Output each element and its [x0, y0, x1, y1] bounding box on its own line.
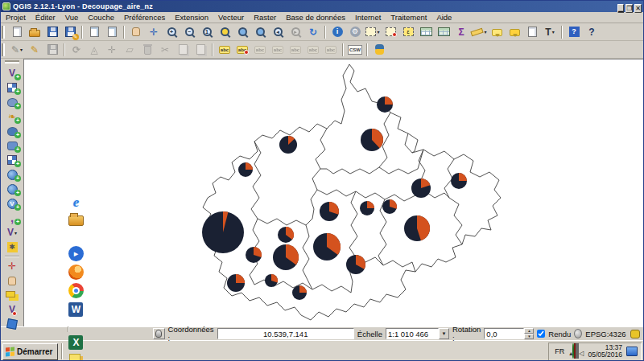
add-mssql-layer[interactable]: +: [3, 124, 21, 138]
new-project[interactable]: [9, 24, 26, 40]
open-attribute-table[interactable]: [418, 24, 435, 40]
check-geometries[interactable]: V: [3, 302, 21, 317]
add-raster-layer[interactable]: +: [3, 80, 21, 95]
add-vector-layer[interactable]: V+: [3, 66, 21, 80]
cad-tools[interactable]: ✛: [3, 259, 21, 273]
new-bookmark[interactable]: [506, 24, 523, 40]
tracing-hand[interactable]: [3, 273, 21, 288]
sticky-notes-button[interactable]: [66, 351, 85, 361]
rotation-input[interactable]: [484, 328, 524, 339]
python-console[interactable]: [371, 42, 388, 58]
coordinates-input[interactable]: [217, 328, 354, 339]
open-project[interactable]: [27, 24, 43, 40]
topology-checker[interactable]: [3, 317, 21, 331]
word-button[interactable]: W: [66, 300, 85, 318]
add-wfs-layer[interactable]: V+: [3, 196, 21, 211]
map-canvas[interactable]: [23, 59, 643, 326]
show-bookmarks[interactable]: [524, 24, 541, 40]
menu-raster[interactable]: Raster: [249, 12, 281, 23]
windows-explorer-button[interactable]: [66, 211, 85, 230]
coordinate-capture-button[interactable]: [153, 328, 165, 339]
excel-button[interactable]: X: [66, 333, 85, 351]
field-calculator[interactable]: [436, 24, 452, 40]
menu-couche[interactable]: Couche: [83, 12, 119, 23]
clock[interactable]: 13:37 05/05/2016: [586, 344, 624, 359]
menu-projet[interactable]: Projet: [1, 12, 31, 23]
add-postgis-layer[interactable]: +: [3, 95, 21, 109]
add-wms-layer[interactable]: +: [3, 167, 21, 182]
spin-down-icon[interactable]: ▼: [524, 334, 534, 339]
zoom-full[interactable]: [217, 24, 233, 40]
menu-internet[interactable]: Internet: [350, 12, 386, 23]
select-features[interactable]: ▾: [365, 24, 382, 40]
add-delimited-text-layer[interactable]: ,+: [3, 211, 21, 225]
scale-value[interactable]: 1:1 010 466: [386, 328, 439, 339]
start-button[interactable]: Démarrer: [2, 343, 58, 360]
firefox-button[interactable]: [66, 263, 85, 281]
toggle-editing[interactable]: ✎: [27, 42, 43, 58]
menu--diter[interactable]: Éditer: [31, 12, 60, 23]
chevron-down-icon[interactable]: ▼: [439, 328, 449, 339]
menu-vecteur[interactable]: Vecteur: [213, 12, 249, 23]
minimize-button[interactable]: ▁: [617, 4, 624, 13]
add-oracle-layer[interactable]: +: [3, 138, 21, 153]
zoom-native[interactable]: 1: [199, 24, 216, 40]
add-wcs-layer[interactable]: +: [3, 182, 21, 196]
zoom-to-selection-icon: [238, 27, 247, 36]
close-button[interactable]: ✕: [634, 4, 642, 13]
new-print-composer[interactable]: [86, 24, 103, 40]
measure-line[interactable]: ▾: [471, 24, 488, 40]
current-edits[interactable]: ✎▾: [9, 42, 26, 58]
menu-aide[interactable]: Aide: [431, 12, 456, 23]
new-virtual-layer[interactable]: V▾: [3, 225, 21, 240]
menu-pr-f-rences[interactable]: Préférences: [119, 12, 170, 23]
messages-icon[interactable]: [630, 330, 640, 338]
crs-globe-icon[interactable]: [574, 329, 582, 338]
chrome-button[interactable]: [66, 281, 85, 300]
csw-search[interactable]: CSW: [347, 42, 364, 58]
menu-vue[interactable]: Vue: [60, 12, 84, 23]
add-db2-layer[interactable]: +: [3, 153, 21, 167]
select-by-expression[interactable]: ε: [400, 24, 417, 40]
media-player-button[interactable]: ▸: [66, 244, 85, 263]
internet-explorer-button[interactable]: e: [66, 193, 85, 211]
composer-manager[interactable]: [104, 24, 121, 40]
zoom-out[interactable]: −: [181, 24, 198, 40]
node-editor[interactable]: [3, 288, 21, 302]
help-contents[interactable]: ?: [566, 24, 583, 40]
zoom-last[interactable]: ◂: [270, 24, 287, 40]
spin-up-icon[interactable]: ▲: [524, 328, 534, 334]
render-checkbox[interactable]: [537, 330, 545, 338]
zoom-to-selection[interactable]: [234, 24, 251, 40]
language-indicator[interactable]: FR: [552, 347, 567, 355]
toolbar-grip[interactable]: [5, 62, 19, 64]
pan-to-selection[interactable]: ✛: [146, 24, 163, 40]
scale-combobox[interactable]: 1:1 010 466 ▼: [386, 328, 449, 339]
save-project-as[interactable]: ✎: [62, 24, 79, 40]
deselect-features[interactable]: [382, 24, 399, 40]
toolbar-grip[interactable]: [3, 26, 6, 39]
show-statistics[interactable]: Σ: [453, 24, 470, 40]
whats-this[interactable]: ?: [584, 24, 601, 40]
layer-labeling-pinned[interactable]: abc: [234, 42, 251, 58]
run-feature-action[interactable]: ⚙: [347, 24, 364, 40]
restore-button[interactable]: ❐: [625, 4, 633, 13]
show-desktop-icon[interactable]: [626, 347, 638, 356]
map-tips[interactable]: [489, 24, 506, 40]
text-annotation[interactable]: T▾: [542, 24, 559, 40]
menu-base-de-donn-es[interactable]: Base de données: [281, 12, 350, 23]
menu-extension[interactable]: Extension: [170, 12, 213, 23]
add-spatialite-layer[interactable]: ❧+: [3, 109, 21, 124]
new-shapefile-layer[interactable]: ✱: [3, 240, 21, 254]
layer-labeling[interactable]: abc: [217, 42, 233, 58]
identify-features[interactable]: i: [329, 24, 346, 40]
toolbar-grip[interactable]: [3, 43, 6, 56]
zoom-to-layer[interactable]: [252, 24, 269, 40]
refresh-map[interactable]: ↻: [305, 24, 322, 40]
menu-traitement[interactable]: Traitement: [386, 12, 431, 23]
pan-map[interactable]: [128, 24, 145, 40]
save-project[interactable]: [44, 24, 61, 40]
rotation-spinbox[interactable]: ▲▼: [484, 328, 534, 339]
zoom-in[interactable]: +: [163, 24, 180, 40]
volume-icon[interactable]: ◁: [579, 350, 584, 357]
